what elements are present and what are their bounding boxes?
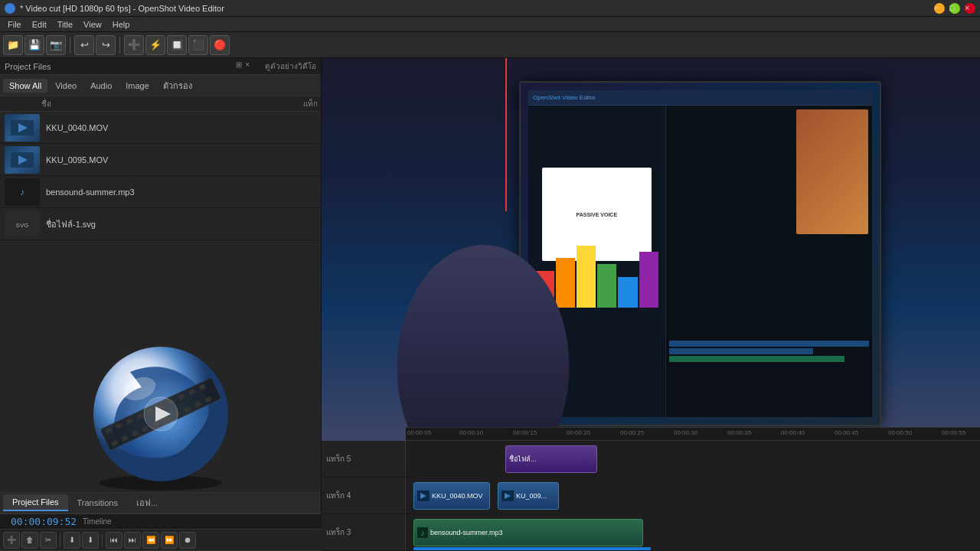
maximize-button[interactable]: □ — [949, 3, 960, 14]
tl-down2-button[interactable]: ⬇ — [82, 532, 99, 549]
right-panel: OpenShot Video Editor PASSIVE VOICE — [322, 58, 980, 551]
track-row-5: แทร็ก 5 ชื่อไฟล์... — [322, 441, 980, 478]
screen-ui: OpenShot Video Editor PASSIVE VOICE — [528, 90, 872, 417]
tab-filter[interactable]: ตัวกรอง — [157, 77, 198, 95]
time-display: 00:00:09:52 — [5, 516, 83, 527]
undo-button[interactable]: ↩ — [74, 35, 94, 55]
menu-file[interactable]: File — [3, 18, 26, 31]
menu-title[interactable]: Title — [53, 18, 77, 31]
audio-clip-icon: ♪ — [417, 527, 428, 538]
window-title: * Video cut [HD 1080p 60 fps] - OpenShot… — [20, 4, 934, 13]
pf-grid-icon[interactable]: ⊞ — [236, 60, 242, 72]
track-content-5: ชื่อไฟล์... — [406, 441, 980, 477]
clip-svg[interactable]: ชื่อไฟล์... — [505, 445, 597, 473]
tab-project-files[interactable]: Project Files — [3, 494, 68, 511]
list-item[interactable]: SVG ชื่อไฟล์-1.svg — [0, 208, 321, 240]
tl-next-button[interactable]: ⏭ — [124, 532, 141, 549]
timeline-title: Timeline — [83, 517, 111, 526]
menu-view[interactable]: View — [79, 18, 106, 31]
tab-video[interactable]: Video — [49, 79, 83, 93]
tl-cut-button[interactable]: ✂ — [40, 532, 57, 549]
tab-show-all[interactable]: Show All — [3, 79, 47, 93]
screen-right — [666, 106, 872, 417]
menu-help[interactable]: Help — [108, 18, 135, 31]
svg-text:♪: ♪ — [421, 529, 425, 537]
list-item[interactable]: KKU_0040.MOV — [0, 112, 321, 144]
effects-button[interactable]: ⚡ — [145, 35, 165, 55]
menu-edit[interactable]: Edit — [28, 18, 51, 31]
new-button[interactable]: 📁 — [3, 35, 23, 55]
timeline-toolbar: ➕ 🗑 ✂ ⬇ ⬇ ⏮ ⏭ ⏪ ⏩ ⏺ — [0, 530, 322, 551]
filter-tabs: Show All Video Audio Image ตัวกรอง — [0, 75, 321, 96]
tl-back-button[interactable]: ⏪ — [142, 532, 159, 549]
file-name: KKU_0040.MOV — [46, 123, 316, 132]
tl-delete-button[interactable]: 🗑 — [21, 532, 38, 549]
file-name: KKU_0095.MOV — [46, 155, 316, 165]
tab-image[interactable]: Image — [119, 79, 155, 93]
logo-area — [0, 339, 321, 492]
title-bar: * Video cut [HD 1080p 60 fps] - OpenShot… — [0, 0, 980, 17]
screen-timeline — [666, 339, 872, 417]
record-button[interactable]: 🔴 — [210, 35, 230, 55]
toolbar: 📁 💾 📷 ↩ ↪ ➕ ⚡ 🔲 ⬛ 🔴 — [0, 32, 980, 58]
project-files-label: Project Files — [5, 62, 233, 71]
track-row-3: แทร็ก 3 ♪ bensound-summer.mp3 — [322, 514, 980, 551]
svg-text:SVG: SVG — [16, 222, 29, 229]
pf-preview-label: ดูตัวอย่างวิดีโอ — [265, 60, 316, 72]
timeline-section: 00:00:09:52 Timeline ➕ 🗑 ✂ ⬇ ⬇ ⏮ ⏭ ⏪ ⏩ ⏺ — [0, 514, 322, 551]
file-name: ชื่อไฟล์-1.svg — [46, 217, 316, 231]
add-button[interactable]: ➕ — [124, 35, 144, 55]
toolbar-separator-1 — [70, 37, 70, 54]
pf-close-icon[interactable]: × — [245, 60, 250, 72]
tab-transitions[interactable]: Transitions — [68, 495, 127, 510]
tl-sep-2 — [102, 533, 103, 547]
tl-prev-button[interactable]: ⏮ — [106, 532, 122, 549]
project-files-header: Project Files ⊞ × ดูตัวอย่างวิดีโอ — [0, 58, 321, 75]
file-thumbnail — [5, 114, 40, 142]
desk-screen: OpenShot Video Editor PASSIVE VOICE — [519, 81, 881, 426]
pf-controls: ⊞ × ดูตัวอย่างวิดีโอ — [236, 60, 316, 72]
column-headers: ชื่อ แท็ก — [0, 96, 321, 112]
file-thumbnail: ♪ — [5, 178, 40, 206]
minimize-button[interactable]: − — [934, 3, 945, 14]
tab-effects[interactable]: เอฟ... — [127, 493, 167, 513]
track-label-4: แทร็ก 4 — [322, 478, 406, 514]
menu-bar: File Edit Title View Help — [0, 17, 980, 32]
clip-thumb-icon — [417, 491, 430, 501]
timeline-label: 00:00:09:52 Timeline — [0, 514, 322, 530]
save-button[interactable]: 💾 — [24, 35, 44, 55]
screenshot-button[interactable]: 📷 — [46, 35, 66, 55]
tl-down1-button[interactable]: ⬇ — [64, 532, 80, 549]
clip-kku0095[interactable]: KU_009... — [498, 482, 559, 510]
svg-text:♪: ♪ — [20, 187, 24, 197]
timeline-track-1 — [669, 341, 869, 347]
tl-forward-button[interactable]: ⏩ — [161, 532, 178, 549]
tab-audio[interactable]: Audio — [84, 79, 118, 93]
track-label-3: แทร็ก 3 — [322, 514, 406, 550]
fullscreen-button[interactable]: ⬛ — [188, 35, 208, 55]
left-panel: Project Files ⊞ × ดูตัวอย่างวิดีโอ Show … — [0, 58, 322, 551]
file-name: bensound-summer.mp3 — [46, 187, 316, 197]
file-list: KKU_0040.MOV KKU_0095.MOV ♪ — [0, 112, 321, 339]
list-item[interactable]: KKU_0095.MOV — [0, 144, 321, 176]
screen-header: OpenShot Video Editor — [528, 90, 872, 106]
redo-button[interactable]: ↪ — [96, 35, 116, 55]
timeline-ruler: 00:00:05 00:00:10 00:00:15 00:00:20 00:0… — [406, 427, 980, 441]
clip-audio[interactable]: ♪ bensound-summer.mp3 — [413, 519, 643, 546]
track-row-4: แทร็ก 4 KKU_0040.MOV KU_009... — [322, 478, 980, 514]
close-button[interactable]: × — [965, 3, 975, 14]
screen-content: PASSIVE VOICE — [528, 106, 872, 417]
view-button[interactable]: 🔲 — [167, 35, 187, 55]
screen-small-video — [796, 109, 868, 234]
track-label-5: แทร็ก 5 — [322, 441, 406, 477]
clip-thumb-icon-2 — [501, 491, 514, 501]
col-name: ชื่อ — [3, 98, 272, 109]
tl-record-button[interactable]: ⏺ — [179, 532, 196, 549]
tl-add-button[interactable]: ➕ — [3, 532, 20, 549]
clip-kku0040[interactable]: KKU_0040.MOV — [413, 482, 490, 510]
list-item[interactable]: ♪ bensound-summer.mp3 — [0, 176, 321, 208]
main-area: Project Files ⊞ × ดูตัวอย่างวิดีโอ Show … — [0, 58, 980, 551]
window-controls[interactable]: − □ × — [934, 3, 975, 14]
file-thumbnail: SVG — [5, 210, 40, 238]
toolbar-separator-2 — [119, 37, 120, 54]
